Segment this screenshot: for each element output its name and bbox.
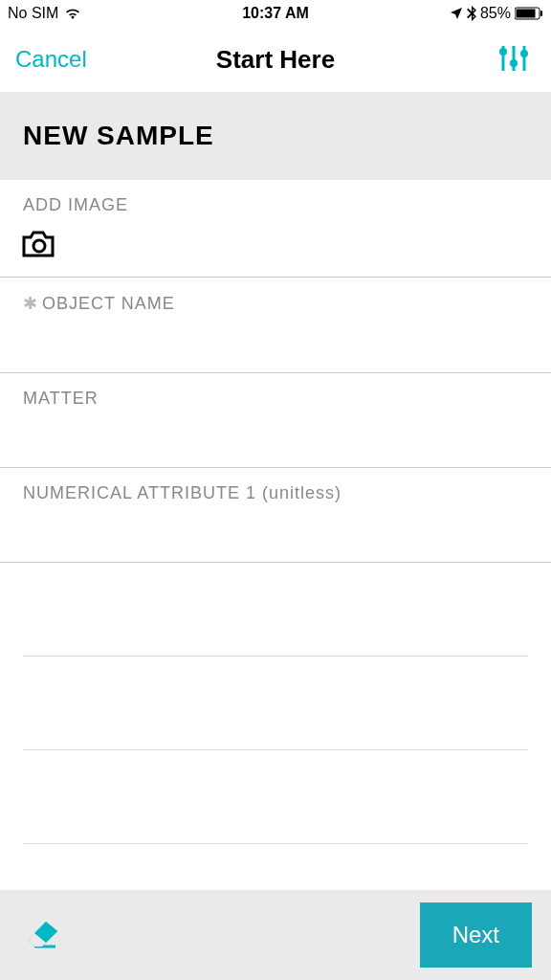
field-add-image: ADD IMAGE [0,180,551,278]
nav-title: Start Here [216,45,335,75]
add-image-button[interactable] [21,229,57,262]
section-header: NEW SAMPLE [0,92,551,180]
battery-icon [515,7,543,20]
object-name-input[interactable] [0,320,551,372]
camera-icon [21,229,57,259]
svg-point-8 [520,50,528,57]
svg-point-4 [499,48,507,56]
carrier-text: No SIM [8,5,58,22]
status-bar: No SIM 10:37 AM 85% [0,0,551,27]
field-object-name: ✱ OBJECT NAME [0,278,551,373]
footer: Next [0,890,551,980]
svg-point-9 [33,240,45,252]
field-num-attr-1: NUMERICAL ATTRIBUTE 1 (unitless) [0,468,551,563]
field-matter: MATTER [0,373,551,468]
battery-percent: 85% [480,5,511,22]
settings-sliders-button[interactable] [492,38,536,81]
eraser-icon [27,920,61,948]
svg-point-6 [510,59,518,67]
matter-label: MATTER [0,373,551,414]
num-attr-1-label: NUMERICAL ATTRIBUTE 1 (unitless) [0,468,551,509]
empty-field-1 [23,563,528,657]
num-attr-1-input[interactable] [0,509,551,562]
form: ADD IMAGE ✱ OBJECT NAME MATTER NUMERICAL… [0,180,551,844]
svg-rect-2 [540,11,542,16]
status-time: 10:37 AM [242,5,309,22]
empty-field-2 [23,657,528,750]
object-name-label: OBJECT NAME [42,294,175,314]
bluetooth-icon [467,6,476,21]
cancel-button[interactable]: Cancel [15,46,87,73]
required-star-icon: ✱ [23,293,38,314]
section-title: NEW SAMPLE [23,121,528,151]
wifi-icon [64,8,81,20]
nav-bar: Cancel Start Here [0,27,551,92]
add-image-label: ADD IMAGE [0,180,551,221]
sliders-icon [496,42,532,75]
eraser-button[interactable] [19,912,69,959]
svg-rect-1 [517,10,536,18]
matter-input[interactable] [0,414,551,467]
empty-field-3 [23,750,528,844]
next-button[interactable]: Next [420,902,532,968]
location-icon [450,7,463,20]
